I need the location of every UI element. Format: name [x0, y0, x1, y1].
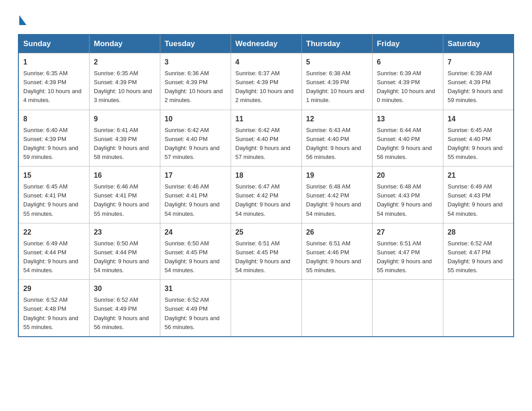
- calendar-cell: 7 Sunrise: 6:39 AMSunset: 4:39 PMDayligh…: [443, 53, 514, 110]
- day-number: 19: [306, 170, 368, 181]
- day-number: 31: [165, 283, 226, 294]
- calendar-week-row: 29 Sunrise: 6:52 AMSunset: 4:48 PMDaylig…: [18, 280, 514, 337]
- day-info: Sunrise: 6:48 AMSunset: 4:42 PMDaylight:…: [306, 183, 361, 217]
- day-info: Sunrise: 6:52 AMSunset: 4:49 PMDaylight:…: [94, 296, 149, 330]
- calendar-week-row: 22 Sunrise: 6:49 AMSunset: 4:44 PMDaylig…: [18, 223, 514, 280]
- calendar-cell: 25 Sunrise: 6:51 AMSunset: 4:45 PMDaylig…: [231, 223, 301, 280]
- day-info: Sunrise: 6:52 AMSunset: 4:48 PMDaylight:…: [23, 296, 78, 330]
- day-number: 29: [23, 283, 85, 294]
- calendar-cell: 5 Sunrise: 6:38 AMSunset: 4:39 PMDayligh…: [301, 53, 372, 110]
- calendar-cell: 31 Sunrise: 6:52 AMSunset: 4:49 PMDaylig…: [160, 280, 231, 337]
- day-number: 18: [236, 170, 297, 181]
- day-number: 25: [236, 227, 297, 238]
- calendar-cell: [443, 280, 514, 337]
- weekday-header-tuesday: Tuesday: [160, 34, 231, 53]
- calendar-week-row: 1 Sunrise: 6:35 AMSunset: 4:39 PMDayligh…: [18, 53, 514, 110]
- calendar-cell: 29 Sunrise: 6:52 AMSunset: 4:48 PMDaylig…: [18, 280, 89, 337]
- day-number: 16: [94, 170, 155, 181]
- logo-brand: [18, 13, 26, 25]
- weekday-header-sunday: Sunday: [18, 34, 89, 53]
- calendar-cell: [301, 280, 372, 337]
- page-header: [18, 13, 514, 25]
- calendar-cell: 13 Sunrise: 6:44 AMSunset: 4:40 PMDaylig…: [372, 110, 443, 167]
- calendar-cell: 24 Sunrise: 6:50 AMSunset: 4:45 PMDaylig…: [160, 223, 231, 280]
- day-number: 7: [448, 57, 509, 68]
- day-number: 15: [23, 170, 85, 181]
- day-number: 23: [94, 227, 155, 238]
- weekday-header-thursday: Thursday: [301, 34, 372, 53]
- calendar-cell: 12 Sunrise: 6:43 AMSunset: 4:40 PMDaylig…: [301, 110, 372, 167]
- day-number: 28: [448, 227, 509, 238]
- day-number: 27: [377, 227, 438, 238]
- calendar-cell: 6 Sunrise: 6:39 AMSunset: 4:39 PMDayligh…: [372, 53, 443, 110]
- calendar-week-row: 8 Sunrise: 6:40 AMSunset: 4:39 PMDayligh…: [18, 110, 514, 167]
- day-info: Sunrise: 6:38 AMSunset: 4:39 PMDaylight:…: [306, 70, 365, 103]
- calendar-cell: 2 Sunrise: 6:35 AMSunset: 4:39 PMDayligh…: [89, 53, 160, 110]
- day-number: 21: [448, 170, 509, 181]
- logo-arrow-icon: [19, 15, 26, 25]
- day-info: Sunrise: 6:52 AMSunset: 4:47 PMDaylight:…: [448, 240, 503, 274]
- calendar-cell: 14 Sunrise: 6:45 AMSunset: 4:40 PMDaylig…: [443, 110, 514, 167]
- day-info: Sunrise: 6:39 AMSunset: 4:39 PMDaylight:…: [377, 70, 435, 103]
- calendar-cell: 9 Sunrise: 6:41 AMSunset: 4:39 PMDayligh…: [89, 110, 160, 167]
- day-info: Sunrise: 6:36 AMSunset: 4:39 PMDaylight:…: [165, 70, 223, 103]
- day-info: Sunrise: 6:51 AMSunset: 4:47 PMDaylight:…: [377, 240, 432, 274]
- calendar-cell: 17 Sunrise: 6:46 AMSunset: 4:41 PMDaylig…: [160, 167, 231, 223]
- day-number: 3: [165, 57, 226, 68]
- calendar-cell: 19 Sunrise: 6:48 AMSunset: 4:42 PMDaylig…: [301, 167, 372, 223]
- day-info: Sunrise: 6:46 AMSunset: 4:41 PMDaylight:…: [165, 183, 220, 217]
- day-number: 10: [165, 114, 226, 124]
- day-info: Sunrise: 6:51 AMSunset: 4:46 PMDaylight:…: [306, 240, 361, 274]
- day-info: Sunrise: 6:39 AMSunset: 4:39 PMDaylight:…: [448, 70, 503, 103]
- calendar-cell: 8 Sunrise: 6:40 AMSunset: 4:39 PMDayligh…: [18, 110, 89, 167]
- day-info: Sunrise: 6:45 AMSunset: 4:41 PMDaylight:…: [23, 183, 78, 217]
- day-number: 12: [306, 114, 368, 124]
- day-number: 13: [377, 114, 438, 124]
- day-info: Sunrise: 6:44 AMSunset: 4:40 PMDaylight:…: [377, 127, 432, 160]
- day-info: Sunrise: 6:43 AMSunset: 4:40 PMDaylight:…: [306, 127, 361, 160]
- calendar-cell: 1 Sunrise: 6:35 AMSunset: 4:39 PMDayligh…: [18, 53, 89, 110]
- calendar-cell: 23 Sunrise: 6:50 AMSunset: 4:44 PMDaylig…: [89, 223, 160, 280]
- day-number: 26: [306, 227, 368, 238]
- logo: [18, 13, 26, 25]
- day-info: Sunrise: 6:37 AMSunset: 4:39 PMDaylight:…: [236, 70, 294, 103]
- day-info: Sunrise: 6:50 AMSunset: 4:45 PMDaylight:…: [165, 240, 220, 274]
- calendar-cell: 18 Sunrise: 6:47 AMSunset: 4:42 PMDaylig…: [231, 167, 301, 223]
- calendar-cell: 15 Sunrise: 6:45 AMSunset: 4:41 PMDaylig…: [18, 167, 89, 223]
- weekday-header-monday: Monday: [89, 34, 160, 53]
- day-info: Sunrise: 6:46 AMSunset: 4:41 PMDaylight:…: [94, 183, 149, 217]
- calendar-cell: 20 Sunrise: 6:48 AMSunset: 4:43 PMDaylig…: [372, 167, 443, 223]
- calendar-cell: 27 Sunrise: 6:51 AMSunset: 4:47 PMDaylig…: [372, 223, 443, 280]
- calendar-cell: [231, 280, 301, 337]
- weekday-header-friday: Friday: [372, 34, 443, 53]
- day-number: 4: [236, 57, 297, 68]
- calendar-cell: 22 Sunrise: 6:49 AMSunset: 4:44 PMDaylig…: [18, 223, 89, 280]
- day-info: Sunrise: 6:40 AMSunset: 4:39 PMDaylight:…: [23, 127, 78, 160]
- calendar-body: 1 Sunrise: 6:35 AMSunset: 4:39 PMDayligh…: [18, 53, 514, 337]
- day-number: 17: [165, 170, 226, 181]
- calendar-cell: 10 Sunrise: 6:42 AMSunset: 4:40 PMDaylig…: [160, 110, 231, 167]
- day-info: Sunrise: 6:42 AMSunset: 4:40 PMDaylight:…: [236, 127, 291, 160]
- calendar-cell: 26 Sunrise: 6:51 AMSunset: 4:46 PMDaylig…: [301, 223, 372, 280]
- day-number: 8: [23, 114, 85, 124]
- day-info: Sunrise: 6:47 AMSunset: 4:42 PMDaylight:…: [236, 183, 291, 217]
- day-info: Sunrise: 6:35 AMSunset: 4:39 PMDaylight:…: [23, 70, 82, 103]
- day-info: Sunrise: 6:49 AMSunset: 4:43 PMDaylight:…: [448, 183, 503, 217]
- day-info: Sunrise: 6:48 AMSunset: 4:43 PMDaylight:…: [377, 183, 432, 217]
- day-number: 30: [94, 283, 155, 294]
- day-info: Sunrise: 6:35 AMSunset: 4:39 PMDaylight:…: [94, 70, 152, 103]
- day-info: Sunrise: 6:52 AMSunset: 4:49 PMDaylight:…: [165, 296, 220, 330]
- calendar-cell: 21 Sunrise: 6:49 AMSunset: 4:43 PMDaylig…: [443, 167, 514, 223]
- calendar-header: SundayMondayTuesdayWednesdayThursdayFrid…: [18, 34, 514, 53]
- day-number: 1: [23, 57, 85, 68]
- calendar-cell: 28 Sunrise: 6:52 AMSunset: 4:47 PMDaylig…: [443, 223, 514, 280]
- day-info: Sunrise: 6:50 AMSunset: 4:44 PMDaylight:…: [94, 240, 149, 274]
- weekday-header-wednesday: Wednesday: [231, 34, 301, 53]
- day-number: 24: [165, 227, 226, 238]
- calendar-cell: 3 Sunrise: 6:36 AMSunset: 4:39 PMDayligh…: [160, 53, 231, 110]
- calendar-cell: 4 Sunrise: 6:37 AMSunset: 4:39 PMDayligh…: [231, 53, 301, 110]
- day-number: 2: [94, 57, 155, 68]
- day-number: 14: [448, 114, 509, 124]
- calendar-cell: 30 Sunrise: 6:52 AMSunset: 4:49 PMDaylig…: [89, 280, 160, 337]
- day-number: 22: [23, 227, 85, 238]
